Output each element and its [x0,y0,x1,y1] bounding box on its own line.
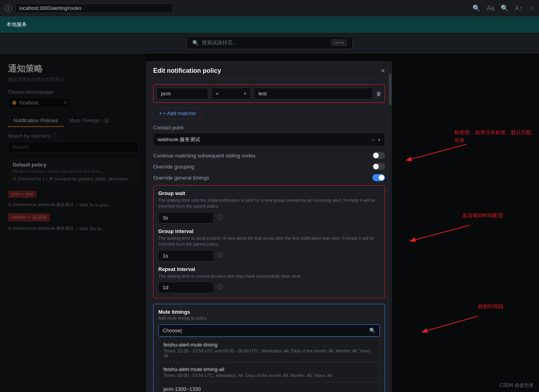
mute-timings-dropdown: feishu-alert-mute-timing Times: 21:00 - … [158,337,380,392]
mute-option-1-name: feishu-alert-mute-timing [163,342,375,348]
continue-matching-row: Continue matching subsequent sibling nod… [153,152,385,159]
group-interval-input-row: ⓘ [158,250,380,261]
repeat-interval-input-row: ⓘ [158,282,380,293]
mute-option-1[interactable]: feishu-alert-mute-timing Times: 21:00 - … [159,338,380,362]
main-content: 通知策略 确定警报如何路由到联系点 Choose Alertmanager Gr… [0,53,539,392]
group-interval-input[interactable] [158,250,214,261]
search-icon: 🔍 [192,40,199,46]
group-wait-info-icon: ⓘ [217,214,222,221]
matcher-value-input[interactable] [254,88,373,99]
group-wait-input[interactable] [158,212,214,223]
group-wait-title: Group wait [158,190,380,196]
repeat-interval-input[interactable] [158,282,214,293]
continue-matching-label: Continue matching subsequent sibling nod… [153,153,256,159]
search-browser-icon[interactable]: 🔍 [473,4,480,12]
clear-icon[interactable]: × [372,137,375,143]
favorite-icon[interactable]: ☆ [529,4,534,12]
modal-body: = ▾ 🗑 + + Add matcher Contact point webh… [147,79,391,392]
mute-option-1-desc: Times: 21:00 - 23:59 UTC and 00:00 - 08:… [163,348,375,358]
group-wait-desc: The waiting time until the initial notif… [158,197,380,210]
group-interval-info-icon: ⓘ [217,252,222,259]
mute-option-3[interactable]: pcm-1300~1330 Times: 13:00 - 13:30 UTC, … [159,382,380,392]
mute-timings-subtitle: Add mute timing to policy [158,316,380,320]
contact-select-icons: × ▾ [372,137,381,143]
override-timings-toggle[interactable] [372,174,385,181]
search-shortcut: ctrl+k [331,40,347,46]
add-matcher-button[interactable]: + + Add matcher [153,108,202,119]
repeat-interval-desc: The waiting time to resend an alert afte… [158,273,380,279]
group-interval-title: Group interval [158,228,380,234]
contact-point-select[interactable]: webhook-服务测试 × ▾ [153,133,385,146]
zoom-icon[interactable]: 🔍 [501,4,509,12]
mute-search-icon: 🔍 [369,328,376,333]
mute-timings-title: Mute timings [158,309,380,315]
matcher-operator-select[interactable]: = ▾ [211,88,251,99]
modal-header: Edit notification policy × [147,62,391,79]
override-timings-row: Override general timings [153,174,385,181]
browser-bar: ℹ localhost:3000/alerting/routes 🔍 Aa 🔍 … [0,0,539,17]
search-placeholder: 搜索或跳转至... [202,39,237,46]
toggle-knob-2 [373,164,379,169]
group-interval-field: Group interval The waiting time to send … [158,228,380,261]
group-wait-input-row: ⓘ [158,212,380,223]
matcher-row: = ▾ 🗑 [153,84,385,103]
contact-point-value: webhook-服务测试 [158,136,200,143]
timing-section: Group wait The waiting time until the in… [153,185,385,298]
override-grouping-label: Override grouping [153,164,194,170]
modal-close-button[interactable]: × [381,67,385,74]
mute-search-value: Choose| [163,328,182,333]
app-header: 本地服务 [0,17,539,32]
modal-scrollbar [388,62,391,392]
override-grouping-row: Override grouping [153,163,385,170]
contact-point-label: Contact point [153,125,385,131]
override-timings-label: Override general timings [153,175,209,181]
edit-notification-modal: Edit notification policy × = ▾ 🗑 + + Add… [146,61,392,392]
info-icon: ℹ [5,5,12,12]
repeat-interval-title: Repeat interval [158,266,380,272]
global-search[interactable]: 🔍 搜索或跳转至... ctrl+k [186,36,353,49]
text-size-icon[interactable]: A↑ [515,5,522,12]
app-brand-label: 本地服务 [6,21,27,28]
url-bar[interactable]: localhost:3000/alerting/routes [15,4,173,13]
group-interval-desc: The waiting time to send a batch of new … [158,235,380,248]
matcher-delete-button[interactable]: 🗑 [376,91,381,97]
modal-title: Edit notification policy [153,67,221,74]
repeat-interval-info-icon: ⓘ [217,284,222,291]
search-bar-container: 🔍 搜索或跳转至... ctrl+k [0,32,539,53]
operator-chevron-icon: ▾ [244,91,247,97]
plus-icon: + [159,110,162,116]
mute-timings-search[interactable]: Choose| 🔍 [158,324,380,337]
scrollbar-thumb [389,74,391,105]
group-wait-field: Group wait The waiting time until the in… [158,190,380,223]
reader-icon[interactable]: Aa [487,5,495,12]
repeat-interval-field: Repeat interval The waiting time to rese… [158,266,380,293]
override-grouping-toggle[interactable] [372,163,385,170]
toggle-knob-3 [379,175,384,180]
browser-actions: 🔍 Aa 🔍 A↑ ☆ [473,4,534,12]
mute-option-2[interactable]: feishu-alert-mute-timing-all Times: 00:0… [159,362,380,382]
mute-option-3-name: pcm-1300~1330 [163,386,375,392]
mute-timings-section: Mute timings Add mute timing to policy C… [153,304,385,392]
continue-matching-toggle[interactable] [372,152,385,159]
mute-option-2-name: feishu-alert-mute-timing-all [163,366,375,372]
watermark: CSDN @虚无境 [499,382,533,389]
toggle-knob [373,153,379,158]
chevron-down-icon[interactable]: ▾ [378,137,381,143]
mute-option-2-desc: Times: 00:00 - 23:59 UTC, Weekdays: All,… [163,373,375,378]
matcher-key-input[interactable] [157,88,208,99]
